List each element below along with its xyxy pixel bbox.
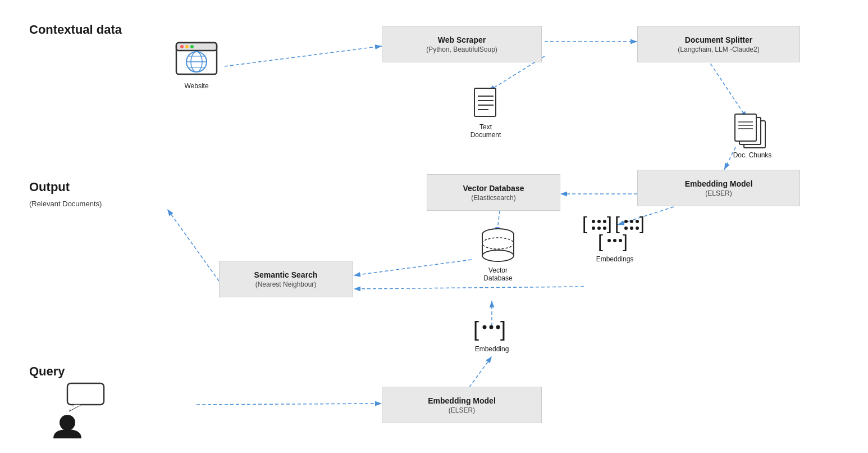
arrows-svg xyxy=(0,0,868,453)
doc-splitter-sub: (Langchain, LLM -Claude2) xyxy=(678,46,759,53)
contextual-data-label: Contextual data xyxy=(29,22,122,37)
embedding-model-top-sub: (ELSER) xyxy=(705,189,732,197)
embedding-single-label: Embedding xyxy=(475,345,509,353)
svg-line-1 xyxy=(225,46,382,66)
svg-point-45 xyxy=(624,220,628,223)
doc-chunks-label: Doc. Chunks xyxy=(733,151,772,159)
output-sublabel: (Relevant Documents) xyxy=(29,200,102,208)
svg-point-18 xyxy=(185,45,189,48)
embedding-icon-box: [ ] Embedding xyxy=(469,315,514,353)
svg-point-40 xyxy=(592,226,595,230)
semantic-search-sub: (Nearest Neighbour) xyxy=(255,280,317,288)
diagram-container: Contextual data Website Web Scraper (Pyt… xyxy=(0,0,868,453)
svg-text:[: [ xyxy=(582,214,587,233)
query-person-icon-box xyxy=(45,382,112,438)
svg-point-66 xyxy=(496,325,500,329)
svg-text:]: ] xyxy=(500,318,506,341)
svg-point-42 xyxy=(603,226,606,230)
svg-point-46 xyxy=(630,220,633,223)
svg-point-17 xyxy=(180,45,184,48)
web-scraper-box: Web Scraper (Python, BeautifulSoup) xyxy=(382,26,542,62)
query-person-icon xyxy=(48,382,109,438)
svg-rect-25 xyxy=(474,88,496,116)
svg-text:[: [ xyxy=(615,214,620,233)
doc-chunks-icon xyxy=(733,112,772,149)
vector-db-icon-label: Vector Database xyxy=(483,266,512,282)
svg-point-65 xyxy=(490,325,494,329)
doc-splitter-title: Document Splitter xyxy=(685,35,753,44)
svg-line-10 xyxy=(354,287,584,289)
embeddings-icon-box: [ ] [ ] [ ] Embeddings xyxy=(578,214,651,263)
embedding-model-bottom-title: Embedding Model xyxy=(428,396,496,405)
text-document-icon xyxy=(472,87,500,121)
svg-text:]: ] xyxy=(623,231,628,251)
embeddings-label: Embeddings xyxy=(596,255,634,263)
svg-point-39 xyxy=(603,220,606,223)
svg-point-47 xyxy=(636,220,639,223)
website-icon-box: Website xyxy=(160,40,233,90)
svg-line-9 xyxy=(354,260,472,275)
embedding-model-top-box: Embedding Model (ELSER) xyxy=(637,170,800,206)
svg-point-61 xyxy=(482,250,514,261)
embedding-model-top-title: Embedding Model xyxy=(685,179,753,188)
vector-db-icon-box: Vector Database xyxy=(473,228,523,282)
text-doc-icon-box: Text Document xyxy=(460,87,511,139)
embeddings-icon: [ ] [ ] [ ] xyxy=(581,214,648,253)
svg-text:[: [ xyxy=(598,231,603,251)
svg-point-54 xyxy=(613,239,616,242)
doc-splitter-box: Document Splitter (Langchain, LLM -Claud… xyxy=(637,26,800,62)
web-scraper-title: Web Scraper xyxy=(438,35,486,44)
website-icon xyxy=(174,40,219,80)
embedding-model-bottom-box: Embedding Model (ELSER) xyxy=(382,387,542,423)
svg-rect-32 xyxy=(735,114,756,141)
svg-text:]: ] xyxy=(607,214,612,233)
output-label: Output xyxy=(29,180,70,194)
query-label: Query xyxy=(29,364,65,379)
svg-point-38 xyxy=(597,220,601,223)
vector-db-cylinder-icon xyxy=(478,228,518,264)
svg-point-71 xyxy=(60,415,75,431)
svg-point-19 xyxy=(190,45,194,48)
vector-db-sub: (Elasticsearch) xyxy=(471,194,515,202)
svg-point-50 xyxy=(636,226,639,230)
svg-point-64 xyxy=(483,325,487,329)
doc-chunks-icon-box: Doc. Chunks xyxy=(724,112,780,159)
svg-line-4 xyxy=(707,59,747,118)
semantic-search-title: Semantic Search xyxy=(254,270,318,279)
svg-line-11 xyxy=(167,209,219,281)
svg-point-55 xyxy=(619,239,622,242)
svg-point-48 xyxy=(624,226,628,230)
website-label: Website xyxy=(184,82,208,90)
svg-point-41 xyxy=(597,226,601,230)
svg-point-53 xyxy=(607,239,611,242)
embedding-model-bottom-sub: (ELSER) xyxy=(449,406,475,414)
svg-point-49 xyxy=(630,226,633,230)
svg-text:]: ] xyxy=(639,214,645,233)
text-doc-label: Text Document xyxy=(470,123,501,139)
svg-line-13 xyxy=(197,404,382,405)
web-scraper-sub: (Python, BeautifulSoup) xyxy=(426,46,497,53)
vector-db-box: Vector Database (Elasticsearch) xyxy=(427,174,560,211)
semantic-search-box: Semantic Search (Nearest Neighbour) xyxy=(219,261,353,297)
embedding-single-icon: [ ] xyxy=(472,315,511,343)
svg-rect-68 xyxy=(67,383,104,405)
svg-text:[: [ xyxy=(473,318,479,341)
vector-db-title: Vector Database xyxy=(463,184,524,193)
svg-point-37 xyxy=(592,220,595,223)
